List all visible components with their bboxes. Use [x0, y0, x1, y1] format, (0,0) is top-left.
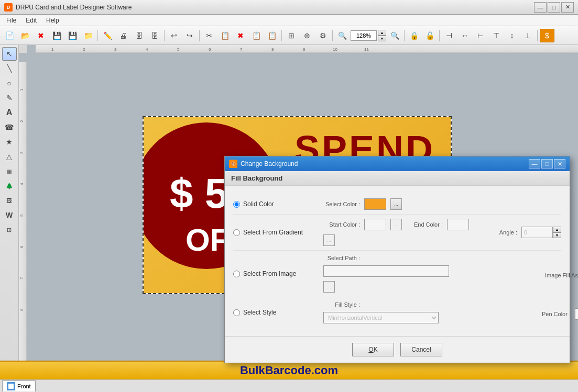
gradient-controls: Start Color : ... End Color : ... — [323, 219, 470, 246]
solid-color-radio-label[interactable]: Solid Color — [233, 200, 317, 208]
solid-color-picker[interactable] — [364, 198, 386, 210]
gradient-option-row: Select From Gradient Start Color : ... E… — [233, 214, 561, 250]
solid-color-browse-btn[interactable]: ... — [390, 198, 402, 210]
image-radio-label[interactable]: Select From Image — [233, 270, 317, 277]
dialog-minimize-btn[interactable]: — — [529, 159, 540, 169]
start-color-label: Start Color : — [323, 221, 360, 228]
dialog-body: Solid Color Select Color : ... Select Fr… — [225, 186, 570, 336]
cancel-button[interactable]: Cancel — [400, 343, 442, 356]
image-radio[interactable] — [233, 271, 240, 277]
path-input — [323, 265, 449, 277]
dialog-title-bar: 🎨 Change Background — □ ✕ — [225, 156, 570, 171]
solid-color-label: Solid Color — [243, 200, 274, 208]
gradient-radio-label[interactable]: Select From Gradient — [233, 229, 317, 236]
path-browse-btn: ... — [323, 281, 335, 293]
angle-input — [521, 227, 553, 238]
change-background-dialog: 🎨 Change Background — □ ✕ Fill Backgroun… — [224, 156, 570, 363]
dialog-title-icon: 🎨 — [229, 160, 237, 168]
fill-style-dropdown: MinHorizontalVertical — [323, 312, 439, 323]
style-radio-label[interactable]: Select Style — [233, 309, 317, 316]
dialog-footer: OK Cancel — [225, 336, 570, 363]
gradient-label: Select From Gradient — [243, 229, 303, 236]
start-color-browse-btn: ... — [390, 219, 402, 230]
angle-row: Angle : ▲ ▼ — [481, 227, 561, 238]
end-color-picker — [447, 219, 469, 230]
dialog-title-controls: — □ ✕ — [529, 159, 565, 169]
image-fill-label: Image Fill As : — [544, 272, 578, 278]
image-fill-row: Image Fill As : Stretch Select From Libr… — [455, 270, 578, 281]
image-label: Select From Image — [243, 270, 296, 277]
ok-button[interactable]: OK — [352, 343, 394, 356]
style-controls: Fill Style : MinHorizontalVertical — [323, 301, 439, 323]
gradient-radio[interactable] — [233, 229, 240, 236]
angle-label: Angle : — [481, 229, 517, 236]
pen-color-picker — [575, 308, 578, 320]
dialog-subtitle-text: Fill Background — [231, 174, 282, 182]
style-radio[interactable] — [233, 309, 240, 316]
dialog-title-text: Change Background — [241, 160, 298, 167]
start-color-picker — [364, 219, 386, 230]
solid-color-controls: Select Color : ... — [323, 198, 561, 210]
end-color-browse-btn: ... — [323, 234, 335, 246]
style-option-row: Select Style Fill Style : MinHorizontalV… — [233, 297, 561, 328]
pen-color-label: Pen Color : — [534, 311, 571, 317]
solid-color-radio[interactable] — [233, 201, 240, 208]
angle-spinner-wrapper: ▲ ▼ — [521, 227, 561, 238]
dialog-subtitle: Fill Background — [225, 171, 570, 186]
dialog-title-left: 🎨 Change Background — [229, 160, 298, 168]
dialog-maximize-btn[interactable]: □ — [541, 159, 553, 169]
end-color-label: End Color : — [406, 221, 443, 228]
select-color-label: Select Color : — [323, 201, 360, 207]
solid-color-option-row: Solid Color Select Color : ... — [233, 194, 561, 214]
style-label: Select Style — [243, 309, 276, 316]
select-path-label: Select Path : — [323, 255, 360, 261]
angle-spinner-btns: ▲ ▼ — [553, 227, 561, 238]
image-controls: Select Path : ... — [323, 255, 449, 293]
dialog-overlay: 🎨 Change Background — □ ✕ Fill Backgroun… — [0, 0, 578, 392]
fill-style-label: Fill Style : — [323, 301, 360, 308]
image-option-row: Select From Image Select Path : ... Imag… — [233, 250, 561, 297]
angle-up-btn: ▲ — [553, 227, 561, 232]
pen-color-row: Pen Color : ... Background Color : ... — [445, 308, 578, 320]
dialog-close-btn[interactable]: ✕ — [554, 159, 565, 169]
angle-down-btn: ▼ — [553, 232, 561, 238]
